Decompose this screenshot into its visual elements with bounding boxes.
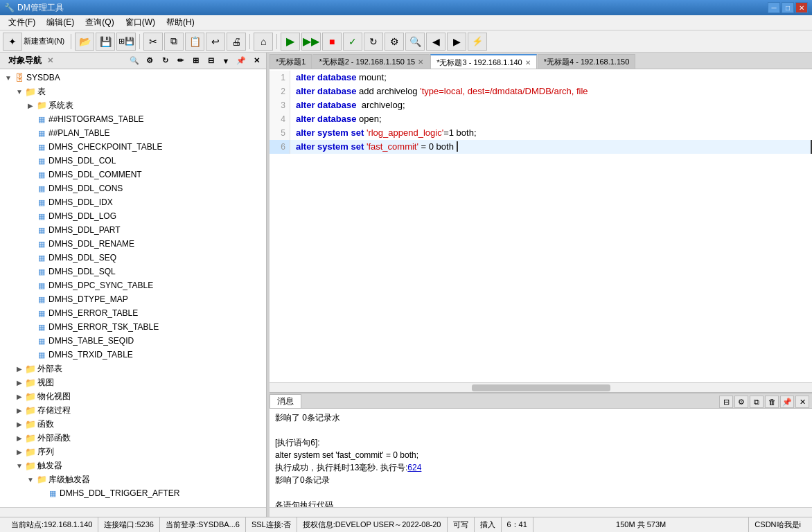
toggle-systables[interactable]: ▶ <box>25 102 36 109</box>
menu-help[interactable]: 帮助(H) <box>161 15 200 30</box>
save-button[interactable]: 💾 <box>96 33 115 51</box>
close-button[interactable]: ✕ <box>795 2 808 13</box>
split-button[interactable]: ⊟ <box>719 396 733 408</box>
stop-button[interactable]: ■ <box>322 33 342 51</box>
tab-close-button[interactable]: ✕ <box>525 59 531 66</box>
tree-node-db-triggers[interactable]: ▼ 📁 库级触发器 <box>0 472 266 486</box>
paste-button[interactable]: 📋 <box>185 33 204 51</box>
maximize-button[interactable]: □ <box>782 2 794 13</box>
execution-id-link[interactable]: 624 <box>407 463 421 472</box>
close-panel-icon[interactable]: ✕ <box>249 54 263 68</box>
editor-hscroll[interactable] <box>270 382 812 392</box>
copy-button[interactable]: ⧉ <box>164 33 184 51</box>
list-item[interactable]: ▦ DMHS_DPC_SYNC_TABLE <box>0 278 266 292</box>
check-button[interactable]: ✓ <box>343 33 362 51</box>
find-button[interactable]: 🔍 <box>405 33 425 51</box>
nav-prev-button[interactable]: ◀ <box>426 33 445 51</box>
list-item[interactable]: ▦ DMHS_DDL_LOG <box>0 209 266 223</box>
list-item[interactable]: ▦ DMHS_DDL_COL <box>0 154 266 168</box>
save-all-button[interactable]: ⊞💾 <box>116 33 136 51</box>
list-item[interactable]: ▦ DMHS_CHECKPOINT_TABLE <box>0 140 266 154</box>
panel-tab-x[interactable]: ✕ <box>47 56 53 65</box>
home-button[interactable]: ⌂ <box>254 33 273 51</box>
list-item[interactable]: ▦ DMHS_DDL_SEQ <box>0 251 266 265</box>
list-item[interactable]: ▦ DMHS_DDL_CONS <box>0 181 266 195</box>
editor-scroll[interactable]: 1 alter database mount; 2 alter database… <box>270 69 812 382</box>
tab-untitled3[interactable]: *无标题3 - 192.168.1.140 ✕ <box>430 54 537 69</box>
tab-untitled2[interactable]: *无标题2 - 192.168.1.150 15 ✕ <box>312 54 430 69</box>
expand-icon[interactable]: ⊞ <box>188 54 202 68</box>
run-button[interactable]: ▶ <box>281 33 300 51</box>
tab-untitled4[interactable]: *无标题4 - 192.168.1.150 <box>538 54 636 69</box>
list-item[interactable]: ▦ DMHS_DDL_SQL <box>0 265 266 278</box>
search-icon[interactable]: 🔍 <box>127 54 141 68</box>
left-hscroll[interactable] <box>0 507 266 517</box>
tree-node-tables[interactable]: ▼ 📁 表 <box>0 85 266 98</box>
tree-node-external[interactable]: ▶ 📁 外部表 <box>0 362 266 375</box>
filter-icon[interactable]: ⚙ <box>143 54 157 68</box>
sql-button[interactable]: ⚡ <box>468 33 487 51</box>
code-editor[interactable]: 1 alter database mount; 2 alter database… <box>270 69 812 155</box>
print-button[interactable]: 🖨 <box>227 33 246 51</box>
list-item[interactable]: ▦ DMHS_DDL_IDX <box>0 195 266 209</box>
toggle-triggers[interactable]: ▼ <box>14 462 25 470</box>
toggle-procs[interactable]: ▶ <box>14 407 25 414</box>
tab-untitled1[interactable]: *无标题1 <box>270 54 312 69</box>
menu-icon[interactable]: ▼ <box>219 54 233 68</box>
run-all-button[interactable]: ▶▶ <box>301 33 321 51</box>
undo-button[interactable]: ↩ <box>206 33 225 51</box>
list-item[interactable]: ▦ ##HISTOGRAMS_TABLE <box>0 112 266 126</box>
list-item[interactable]: ▦ DMHS_DDL_PART <box>0 223 266 237</box>
tree-node-matviews[interactable]: ▶ 📁 物化视图 <box>0 389 266 403</box>
toggle-funcs[interactable]: ▶ <box>14 420 25 428</box>
compile-button[interactable]: ⚙ <box>385 33 404 51</box>
pin-bottom-button[interactable]: 📌 <box>780 396 794 408</box>
toggle-sysdba[interactable]: ▼ <box>3 74 14 82</box>
toggle-seq[interactable]: ▶ <box>14 448 25 456</box>
list-item[interactable]: ▦ DMHS_TABLE_SEQID <box>0 334 266 348</box>
message-hscroll[interactable] <box>270 507 812 517</box>
list-item[interactable]: ▦ ##PLAN_TABLE <box>0 126 266 140</box>
code-line-6[interactable]: 6 alter system set 'fast_commit' = 0 bot… <box>270 140 812 154</box>
menu-edit[interactable]: 编辑(E) <box>41 15 80 30</box>
toggle-views[interactable]: ▶ <box>14 379 25 387</box>
cut-button[interactable]: ✂ <box>143 33 163 51</box>
close-bottom-button[interactable]: ✕ <box>795 396 809 408</box>
list-item[interactable]: ▦ DMHS_DDL_TRIGGER_AFTER <box>0 486 266 500</box>
edit-icon[interactable]: ✏ <box>173 54 187 68</box>
clear-button[interactable]: 🗑 <box>765 396 779 408</box>
tab-close-button[interactable]: ✕ <box>418 58 423 66</box>
menu-file[interactable]: 文件(F) <box>3 15 41 30</box>
toggle-extfuncs[interactable]: ▶ <box>14 434 25 442</box>
list-item[interactable]: ▦ DMHS_DDL_RENAME <box>0 237 266 251</box>
toggle-matviews[interactable]: ▶ <box>14 393 25 400</box>
list-item[interactable]: ▦ DMHS_DTYPE_MAP <box>0 292 266 306</box>
tree-node-views[interactable]: ▶ 📁 视图 <box>0 375 266 389</box>
tree-node-procs[interactable]: ▶ 📁 存储过程 <box>0 403 266 417</box>
toggle-tables[interactable]: ▼ <box>14 88 25 96</box>
tree-node-extfuncs[interactable]: ▶ 📁 外部函数 <box>0 431 266 445</box>
nav-next-button[interactable]: ▶ <box>447 33 466 51</box>
tree-node-triggers[interactable]: ▼ 📁 触发器 <box>0 459 266 472</box>
minimize-button[interactable]: ─ <box>768 2 780 13</box>
refresh-button[interactable]: ↻ <box>364 33 383 51</box>
copy-msg-button[interactable]: ⧉ <box>750 396 764 408</box>
list-item[interactable]: ▦ DMHS_TRXID_TABLE <box>0 348 266 362</box>
list-item[interactable]: ▦ DMHS_ERROR_TSK_TABLE <box>0 320 266 334</box>
new-button[interactable]: ✦ <box>3 33 22 51</box>
pin-icon[interactable]: 📌 <box>234 54 248 68</box>
tree-node-funcs[interactable]: ▶ 📁 函数 <box>0 417 266 431</box>
open-button[interactable]: 📂 <box>75 33 94 51</box>
menu-window[interactable]: 窗口(W) <box>120 15 161 30</box>
tree-node-seq[interactable]: ▶ 📁 序列 <box>0 445 266 459</box>
toggle-external[interactable]: ▶ <box>14 365 25 373</box>
tree-node-sysdba[interactable]: ▼ 🗄 SYSDBA <box>0 71 266 85</box>
tree-node-systables[interactable]: ▶ 📁 系统表 <box>0 98 266 112</box>
list-item[interactable]: ▦ DMHS_ERROR_TABLE <box>0 306 266 320</box>
settings-button[interactable]: ⚙ <box>734 396 748 408</box>
menu-query[interactable]: 查询(Q) <box>80 15 119 30</box>
collapse-icon[interactable]: ⊟ <box>204 54 218 68</box>
message-tab[interactable]: 消息 <box>270 394 301 408</box>
list-item[interactable]: ▦ DMHS_DDL_COMMENT <box>0 168 266 181</box>
nav-tab[interactable]: 对象导航 <box>3 53 47 68</box>
